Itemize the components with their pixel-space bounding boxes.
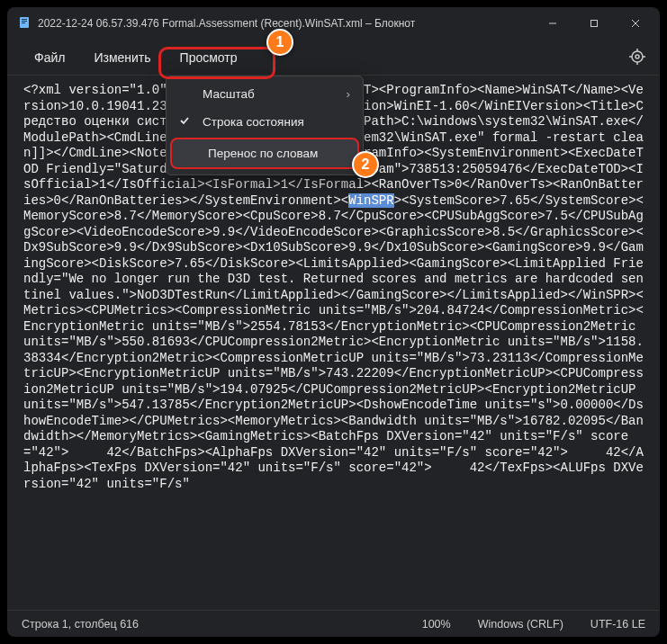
menu-statusbar[interactable]: Строка состояния [167, 108, 363, 136]
status-encoding: UTF-16 LE [590, 618, 645, 631]
titlebar: 2022-12-24 06.57.39.476 Formal.Assessmen… [7, 7, 660, 40]
svg-rect-3 [22, 22, 25, 23]
view-dropdown: Масштаб › Строка состояния Перенос по сл… [166, 76, 364, 175]
menu-zoom[interactable]: Масштаб › [167, 80, 363, 108]
menu-view[interactable]: Просмотр [167, 45, 250, 70]
status-zoom: 100% [422, 618, 451, 631]
menu-edit[interactable]: Изменить [81, 45, 163, 70]
minimize-button[interactable] [532, 9, 573, 38]
close-button[interactable] [615, 9, 656, 38]
svg-point-9 [635, 55, 639, 58]
annotation-badge-1: 1 [266, 29, 293, 56]
chevron-right-icon: › [347, 87, 351, 101]
menubar: Файл Изменить Просмотр [7, 40, 660, 76]
menu-wordwrap[interactable]: Перенос по словам [170, 138, 359, 169]
menu-zoom-label: Масштаб [203, 87, 255, 101]
window-title: 2022-12-24 06.57.39.476 Formal.Assessmen… [38, 17, 532, 30]
window-controls [532, 9, 656, 38]
menu-file[interactable]: Файл [22, 45, 77, 70]
notepad-window: 2022-12-24 06.57.39.476 Formal.Assessmen… [7, 7, 660, 637]
svg-rect-1 [22, 19, 27, 20]
annotation-badge-2: 2 [352, 151, 379, 178]
text-post: ><SystemScore>7.65</SystemScore><MemoryS… [23, 193, 644, 491]
status-eol: Windows (CRLF) [478, 618, 563, 631]
svg-point-8 [632, 51, 643, 62]
svg-rect-2 [22, 21, 27, 22]
maximize-button[interactable] [573, 9, 615, 38]
svg-rect-5 [591, 21, 598, 27]
status-position: Строка 1, столбец 616 [22, 618, 139, 631]
menu-wordwrap-label: Перенос по словам [208, 147, 318, 160]
statusbar: Строка 1, столбец 616 100% Windows (CRLF… [7, 610, 660, 637]
check-icon [179, 115, 194, 129]
menu-statusbar-label: Строка состояния [203, 115, 304, 129]
settings-button[interactable] [629, 49, 645, 67]
highlighted-text: WinSPR [348, 193, 393, 208]
app-icon [18, 16, 31, 31]
